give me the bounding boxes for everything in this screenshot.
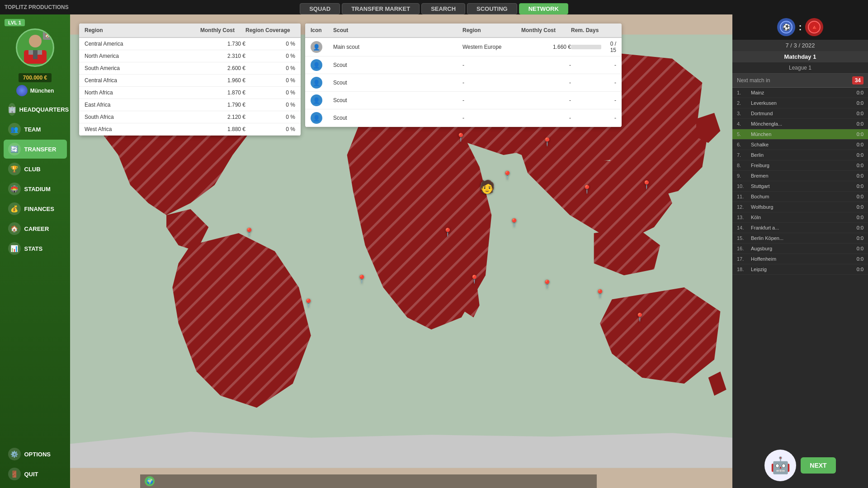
standing-row[interactable]: 4. Mönchengla... 0:0 — [732, 119, 868, 129]
standing-position: 16. — [737, 246, 748, 251]
scout-cost: - — [521, 97, 571, 103]
standing-row[interactable]: 3. Dortmund 0:0 — [732, 108, 868, 119]
standing-row[interactable]: 15. Berlin Köpen... 0:0 — [732, 233, 868, 244]
standing-score: 0:0 — [845, 152, 863, 158]
sidebar-item-options[interactable]: ⚙️ OPTIONS — [4, 445, 67, 464]
map-pin-12: 📍 — [542, 279, 552, 289]
standing-team-name: Bremen — [751, 173, 843, 178]
scout-table-row[interactable]: 👤 Scout - - - — [305, 74, 622, 92]
tab-search[interactable]: SEARCH — [421, 3, 465, 14]
standing-position: 17. — [737, 256, 748, 262]
next-button[interactable]: NEXT — [801, 457, 835, 474]
standing-row[interactable]: 1. Mainz 0:0 — [732, 88, 868, 98]
finances-icon: 💰 — [8, 202, 21, 215]
standing-score: 0:0 — [845, 267, 863, 272]
region-coverage: 0 % — [245, 65, 295, 71]
standing-score: 0:0 — [845, 163, 863, 168]
map-pin-9: 📍 — [469, 274, 479, 284]
bottom-bar: 🌍 — [140, 474, 597, 488]
standing-position: 6. — [737, 142, 748, 147]
level-badge: LVL 1 — [5, 19, 25, 26]
standings-rows: 1. Mainz 0:0 2. Leverkusen 0:0 3. Dortmu… — [732, 88, 868, 275]
bottom-icon[interactable]: 🌍 — [145, 476, 155, 486]
standing-row[interactable]: 17. Hoffenheim 0:0 — [732, 254, 868, 264]
region-table-row[interactable]: Central Africa 1.960 € 0 % — [79, 75, 301, 87]
scout-rem-days: - — [571, 97, 616, 103]
sidebar-item-team[interactable]: 👥 TEAM — [4, 120, 67, 139]
standing-row[interactable]: 9. Bremen 0:0 — [732, 171, 868, 181]
region-table-row[interactable]: East Africa 1.790 € 0 % — [79, 99, 301, 111]
cost-col-header: Monthly Cost — [200, 27, 245, 33]
standing-position: 1. — [737, 90, 748, 95]
sidebar-item-club[interactable]: 🏆 CLUB — [4, 160, 67, 178]
scout-table-row[interactable]: 👤 Scout - - - — [305, 92, 622, 109]
standing-team-name: Schalke — [751, 142, 843, 147]
region-table-row[interactable]: South Africa 2.120 € 0 % — [79, 111, 301, 123]
region-name: South Africa — [85, 114, 200, 120]
stadium-label: STADIUM — [24, 186, 51, 192]
main-content: 📍 📍 📍 🧑 📍 📍 📍 📍 📍 📍 📍 📍 📍 📍 📍 📍 Region M… — [70, 14, 732, 488]
region-coverage: 0 % — [245, 77, 295, 84]
score-display: : — [799, 22, 802, 33]
standing-team-name: Freiburg — [751, 163, 843, 168]
region-rows: Central America 1.730 € 0 % North Americ… — [79, 38, 301, 136]
sidebar-item-finances[interactable]: 💰 FINANCES — [4, 199, 67, 218]
rem-days-col-header: Rem. Days — [571, 27, 616, 33]
region-table-row[interactable]: North America 2.310 € 0 % — [79, 50, 301, 62]
standing-team-name: Frankfurt a... — [751, 225, 843, 230]
standing-score: 0:0 — [845, 225, 863, 230]
standing-team-name: Wolfsburg — [751, 204, 843, 210]
standing-row[interactable]: 18. Leipzig 0:0 — [732, 264, 868, 275]
scout-table-row[interactable]: 👤 Scout - - - — [305, 109, 622, 127]
map-pin-6: 📍 — [303, 298, 313, 308]
standing-row[interactable]: 8. Freiburg 0:0 — [732, 160, 868, 171]
standing-team-name: Hoffenheim — [751, 256, 843, 262]
scout-rows: 👤 Main scout Western Europe 1.660 € 0 / … — [305, 38, 622, 127]
standing-row[interactable]: 14. Frankfurt a... 0:0 — [732, 223, 868, 233]
sidebar-item-transfer[interactable]: 🔄 TRANSFER — [4, 140, 67, 159]
standing-score: 0:0 — [845, 173, 863, 178]
transfer-label: TRANSFER — [24, 146, 57, 153]
tab-scouting[interactable]: SCOUTING — [467, 3, 517, 14]
region-name: Central America — [85, 41, 200, 47]
standing-score: 0:0 — [845, 121, 863, 127]
sidebar-item-headquarters[interactable]: 🏢 HEADQUARTERS — [4, 100, 67, 119]
quit-label: QUIT — [24, 471, 38, 478]
next-match-bar: Next match in 34 — [732, 74, 868, 88]
standing-row[interactable]: 10. Stuttgart 0:0 — [732, 181, 868, 192]
standing-row[interactable]: 5. München 0:0 — [732, 129, 868, 140]
world-map[interactable]: 📍 📍 📍 🧑 📍 📍 📍 📍 📍 📍 📍 📍 📍 📍 📍 📍 Region M… — [70, 14, 732, 488]
standing-row[interactable]: 12. Wolfsburg 0:0 — [732, 202, 868, 212]
region-table-row[interactable]: North Africa 1.870 € 0 % — [79, 87, 301, 99]
sidebar-item-career[interactable]: 🏠 CAREER — [4, 219, 67, 238]
region-table-row[interactable]: South America 2.600 € 0 % — [79, 62, 301, 75]
region-name: Central Africa — [85, 77, 200, 84]
scout-table-row[interactable]: 👤 Main scout Western Europe 1.660 € 0 / … — [305, 38, 622, 56]
tab-network[interactable]: NETWORK — [519, 3, 568, 14]
scout-cost: - — [521, 80, 571, 86]
standing-row[interactable]: 11. Bochum 0:0 — [732, 192, 868, 202]
standing-row[interactable]: 16. Augsburg 0:0 — [732, 244, 868, 254]
region-table-row[interactable]: Central America 1.730 € 0 % — [79, 38, 301, 50]
standing-row[interactable]: 7. Berlin 0:0 — [732, 150, 868, 160]
standing-score: 0:0 — [845, 131, 863, 137]
scout-name: Scout — [333, 97, 462, 103]
team-icon: 👥 — [8, 123, 21, 136]
scout-icon-cell: 👤 — [311, 59, 333, 71]
scout-table-row[interactable]: 👤 Scout - - - — [305, 56, 622, 74]
sidebar-item-quit[interactable]: 🚪 QUIT — [4, 465, 67, 483]
region-table: Region Monthly Cost Region Coverage Cent… — [79, 23, 301, 136]
standing-score: 0:0 — [845, 194, 863, 199]
standing-position: 7. — [737, 152, 748, 158]
scout-cost: - — [521, 62, 571, 68]
tab-squad[interactable]: SQUAD — [300, 3, 340, 14]
region-table-row[interactable]: West Africa 1.880 € 0 % — [79, 123, 301, 136]
sidebar-item-stadium[interactable]: 🏟️ STADIUM — [4, 179, 67, 198]
standing-row[interactable]: 13. Köln 0:0 — [732, 212, 868, 223]
tab-transfer-market[interactable]: TRANSFER MARKET — [342, 3, 420, 14]
standing-row[interactable]: 6. Schalke 0:0 — [732, 140, 868, 150]
standing-row[interactable]: 2. Leverkusen 0:0 — [732, 98, 868, 108]
finances-label: FINANCES — [24, 206, 54, 212]
standing-team-name: Augsburg — [751, 246, 843, 251]
sidebar-item-stats[interactable]: 📊 STATS — [4, 239, 67, 258]
